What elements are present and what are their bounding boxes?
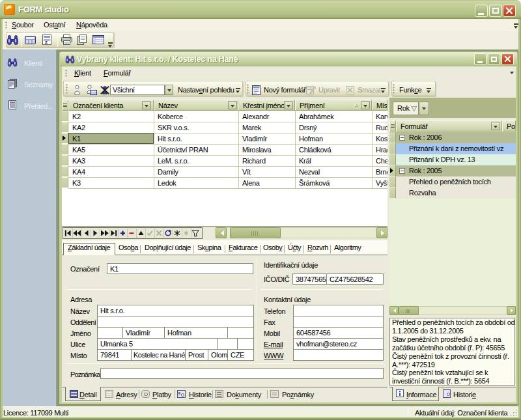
svg-text:z: z (45, 39, 48, 45)
